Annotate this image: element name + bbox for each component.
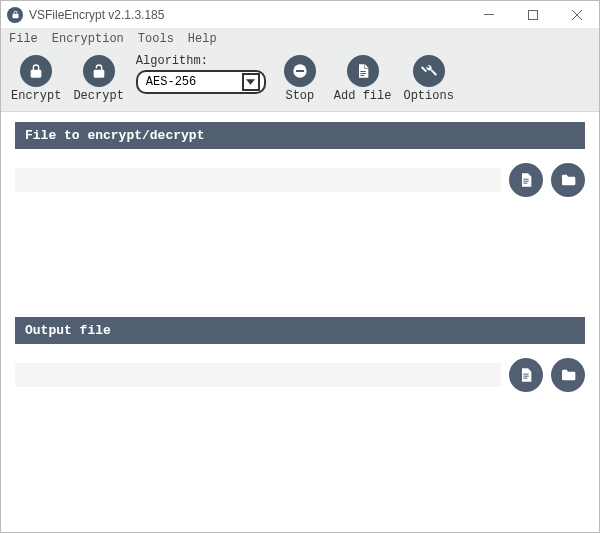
- svg-rect-10: [523, 374, 528, 375]
- svg-rect-1: [529, 10, 538, 19]
- svg-rect-0: [484, 14, 494, 15]
- lock-open-icon: [83, 55, 115, 87]
- content-area: File to encrypt/decrypt Output file: [1, 112, 599, 472]
- minimize-button[interactable]: [467, 1, 511, 29]
- menubar: File Encryption Tools Help: [1, 29, 599, 49]
- algorithm-group: Algorithm: AES-256: [136, 54, 266, 94]
- svg-rect-12: [523, 378, 527, 379]
- maximize-button[interactable]: [511, 1, 555, 29]
- algorithm-value: AES-256: [146, 75, 196, 89]
- encrypt-label: Encrypt: [11, 89, 61, 103]
- svg-rect-5: [360, 73, 365, 74]
- svg-rect-11: [523, 376, 528, 377]
- output-paste-button[interactable]: [509, 358, 543, 392]
- menu-help[interactable]: Help: [188, 32, 217, 46]
- stop-button[interactable]: Stop: [278, 55, 322, 103]
- svg-rect-9: [523, 183, 527, 184]
- app-lock-icon: [7, 7, 23, 23]
- input-paste-button[interactable]: [509, 163, 543, 197]
- folder-icon: [560, 367, 576, 383]
- tools-icon: [413, 55, 445, 87]
- titlebar: VSFileEncrypt v2.1.3.185: [1, 1, 599, 29]
- menu-tools[interactable]: Tools: [138, 32, 174, 46]
- svg-rect-4: [360, 71, 365, 72]
- svg-rect-8: [523, 181, 528, 182]
- algorithm-select[interactable]: AES-256: [136, 70, 266, 94]
- stop-label: Stop: [285, 89, 314, 103]
- lock-closed-icon: [20, 55, 52, 87]
- add-file-button[interactable]: Add file: [334, 55, 392, 103]
- input-section-header: File to encrypt/decrypt: [15, 122, 585, 149]
- file-icon: [347, 55, 379, 87]
- chevron-down-icon: [242, 73, 260, 91]
- stop-icon: [284, 55, 316, 87]
- options-button[interactable]: Options: [403, 55, 453, 103]
- input-file-row: [15, 163, 585, 197]
- folder-icon: [560, 172, 576, 188]
- decrypt-button[interactable]: Decrypt: [73, 55, 123, 103]
- algorithm-label: Algorithm:: [136, 54, 266, 68]
- close-button[interactable]: [555, 1, 599, 29]
- output-file-field[interactable]: [15, 363, 501, 387]
- input-browse-button[interactable]: [551, 163, 585, 197]
- document-icon: [518, 172, 534, 188]
- window-title: VSFileEncrypt v2.1.3.185: [29, 8, 164, 22]
- document-icon: [518, 367, 534, 383]
- output-section-header: Output file: [15, 317, 585, 344]
- options-label: Options: [403, 89, 453, 103]
- svg-rect-3: [296, 70, 304, 72]
- add-file-label: Add file: [334, 89, 392, 103]
- output-browse-button[interactable]: [551, 358, 585, 392]
- input-file-field[interactable]: [15, 168, 501, 192]
- decrypt-label: Decrypt: [73, 89, 123, 103]
- menu-file[interactable]: File: [9, 32, 38, 46]
- toolbar: Encrypt Decrypt Algorithm: AES-256 Stop …: [1, 49, 599, 112]
- encrypt-button[interactable]: Encrypt: [11, 55, 61, 103]
- svg-rect-7: [523, 179, 528, 180]
- output-file-row: [15, 358, 585, 392]
- svg-rect-6: [360, 75, 364, 76]
- menu-encryption[interactable]: Encryption: [52, 32, 124, 46]
